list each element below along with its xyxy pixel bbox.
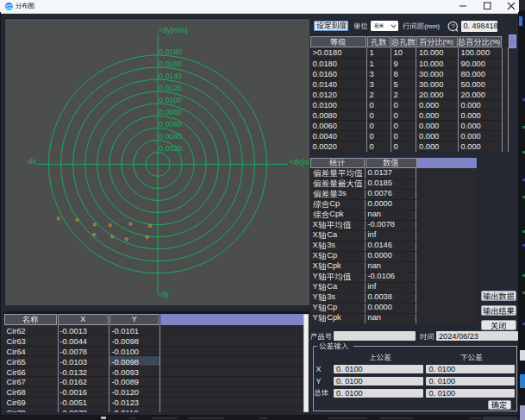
svg-text:0.0120: 0.0120 bbox=[159, 84, 182, 92]
svg-text:0.0040: 0.0040 bbox=[159, 132, 182, 141]
svg-text:0.0100: 0.0100 bbox=[159, 96, 182, 104]
svg-text:+dy[mm]: +dy[mm] bbox=[159, 26, 188, 34]
svg-text:-dx: -dx bbox=[26, 157, 37, 166]
svg-text:0.0080: 0.0080 bbox=[159, 108, 182, 116]
svg-text:0.0160: 0.0160 bbox=[159, 60, 182, 68]
svg-text:0.0140: 0.0140 bbox=[159, 72, 182, 80]
svg-text:+dx[mm]: +dx[mm] bbox=[289, 158, 309, 166]
svg-text:?: ? bbox=[451, 22, 455, 30]
svg-text:-dy: -dy bbox=[159, 290, 170, 298]
svg-text:0.0020: 0.0020 bbox=[159, 144, 182, 153]
svg-text:0.0060: 0.0060 bbox=[159, 120, 182, 129]
svg-text:0.0180: 0.0180 bbox=[159, 47, 182, 56]
